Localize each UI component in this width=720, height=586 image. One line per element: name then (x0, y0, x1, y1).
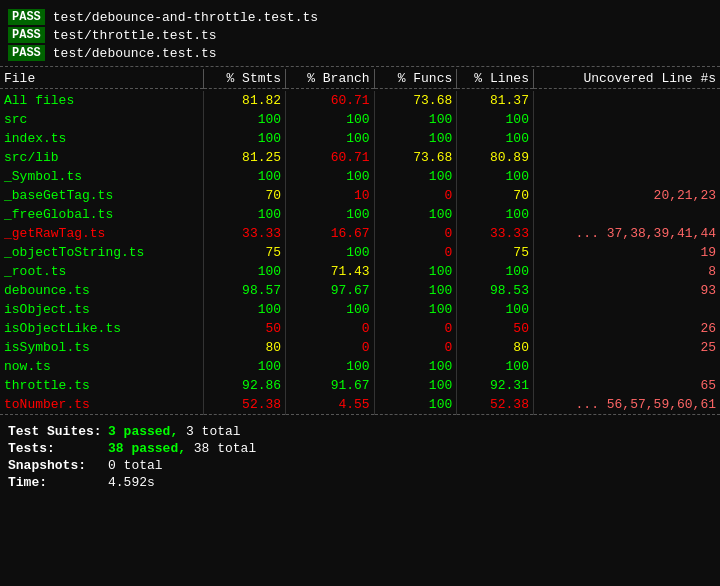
cell-funcs: 0 (374, 224, 457, 243)
cell-branch: 10 (286, 186, 375, 205)
pass-badge-1: PASS (8, 9, 45, 25)
table-row: toNumber.ts 52.38 4.55 100 52.38 ... 56,… (0, 395, 720, 415)
cell-branch: 0 (286, 319, 375, 338)
cell-file: All files (0, 91, 203, 110)
table-row: _getRawTag.ts 33.33 16.67 0 33.33 ... 37… (0, 224, 720, 243)
cell-branch: 71.43 (286, 262, 375, 281)
cell-branch: 100 (286, 129, 375, 148)
table-row: _root.ts 100 71.43 100 100 8 (0, 262, 720, 281)
suites-value: 3 passed, 3 total (108, 424, 241, 439)
cell-funcs: 100 (374, 129, 457, 148)
cell-file: src (0, 110, 203, 129)
tests-row: Tests: 38 passed, 38 total (8, 440, 712, 457)
cell-uncovered: 26 (533, 319, 720, 338)
cell-funcs: 0 (374, 338, 457, 357)
coverage-table-wrapper: File % Stmts % Branch % Funcs % Lines Un… (0, 69, 720, 417)
header-funcs: % Funcs (374, 69, 457, 89)
cell-funcs: 100 (374, 376, 457, 395)
table-row: throttle.ts 92.86 91.67 100 92.31 65 (0, 376, 720, 395)
cell-uncovered (533, 167, 720, 186)
cell-uncovered (533, 300, 720, 319)
cell-lines: 80 (457, 338, 534, 357)
cell-branch: 100 (286, 167, 375, 186)
cell-lines: 100 (457, 300, 534, 319)
cell-funcs: 100 (374, 167, 457, 186)
cell-stmts: 100 (203, 262, 286, 281)
table-row: src/lib 81.25 60.71 73.68 80.89 (0, 148, 720, 167)
cell-stmts: 92.86 (203, 376, 286, 395)
cell-file: _Symbol.ts (0, 167, 203, 186)
pass-row-3: PASS test/debounce.test.ts (0, 44, 720, 62)
cell-lines: 33.33 (457, 224, 534, 243)
cell-uncovered: 93 (533, 281, 720, 300)
cell-uncovered: 65 (533, 376, 720, 395)
cell-stmts: 100 (203, 300, 286, 319)
coverage-table: File % Stmts % Branch % Funcs % Lines Un… (0, 69, 720, 417)
cell-stmts: 50 (203, 319, 286, 338)
cell-stmts: 100 (203, 129, 286, 148)
cell-file: toNumber.ts (0, 395, 203, 415)
cell-uncovered: ... 56,57,59,60,61 (533, 395, 720, 415)
table-row: _Symbol.ts 100 100 100 100 (0, 167, 720, 186)
table-row: src 100 100 100 100 (0, 110, 720, 129)
cell-lines: 100 (457, 205, 534, 224)
cell-stmts: 70 (203, 186, 286, 205)
cell-lines: 50 (457, 319, 534, 338)
cell-uncovered (533, 129, 720, 148)
cell-lines: 52.38 (457, 395, 534, 415)
table-row: isSymbol.ts 80 0 0 80 25 (0, 338, 720, 357)
snapshots-value: 0 total (108, 458, 163, 473)
cell-file: throttle.ts (0, 376, 203, 395)
cell-uncovered (533, 148, 720, 167)
cell-branch: 91.67 (286, 376, 375, 395)
table-row: isObject.ts 100 100 100 100 (0, 300, 720, 319)
cell-lines: 100 (457, 167, 534, 186)
cell-lines: 100 (457, 357, 534, 376)
pass-file-1: test/debounce-and-throttle.test.ts (53, 10, 318, 25)
cell-uncovered: ... 37,38,39,41,44 (533, 224, 720, 243)
snapshots-label: Snapshots: (8, 458, 108, 473)
cell-funcs: 0 (374, 319, 457, 338)
cell-stmts: 100 (203, 205, 286, 224)
table-row: index.ts 100 100 100 100 (0, 129, 720, 148)
cell-funcs: 0 (374, 186, 457, 205)
cell-funcs: 100 (374, 205, 457, 224)
cell-stmts: 81.25 (203, 148, 286, 167)
cell-lines: 80.89 (457, 148, 534, 167)
cell-branch: 0 (286, 338, 375, 357)
cell-file: isSymbol.ts (0, 338, 203, 357)
cell-stmts: 75 (203, 243, 286, 262)
cell-funcs: 100 (374, 395, 457, 415)
cell-funcs: 100 (374, 110, 457, 129)
cell-stmts: 100 (203, 110, 286, 129)
header-stmts: % Stmts (203, 69, 286, 89)
pass-file-3: test/debounce.test.ts (53, 46, 217, 61)
pass-file-2: test/throttle.test.ts (53, 28, 217, 43)
cell-uncovered (533, 91, 720, 110)
cell-lines: 92.31 (457, 376, 534, 395)
cell-lines: 75 (457, 243, 534, 262)
cell-file: _getRawTag.ts (0, 224, 203, 243)
cell-branch: 100 (286, 357, 375, 376)
cell-branch: 16.67 (286, 224, 375, 243)
cell-uncovered: 19 (533, 243, 720, 262)
cell-stmts: 100 (203, 357, 286, 376)
header-lines: % Lines (457, 69, 534, 89)
table-row: debounce.ts 98.57 97.67 100 98.53 93 (0, 281, 720, 300)
cell-branch: 100 (286, 243, 375, 262)
header-file: File (0, 69, 203, 89)
cell-file: index.ts (0, 129, 203, 148)
cell-funcs: 0 (374, 243, 457, 262)
cell-uncovered (533, 357, 720, 376)
cell-uncovered: 25 (533, 338, 720, 357)
cell-lines: 81.37 (457, 91, 534, 110)
terminal-output: PASS test/debounce-and-throttle.test.ts … (0, 8, 720, 491)
cell-file: debounce.ts (0, 281, 203, 300)
table-row: _baseGetTag.ts 70 10 0 70 20,21,23 (0, 186, 720, 205)
cell-funcs: 100 (374, 300, 457, 319)
cell-funcs: 100 (374, 281, 457, 300)
cell-uncovered: 20,21,23 (533, 186, 720, 205)
cell-stmts: 33.33 (203, 224, 286, 243)
suites-row: Test Suites: 3 passed, 3 total (8, 423, 712, 440)
cell-uncovered (533, 205, 720, 224)
